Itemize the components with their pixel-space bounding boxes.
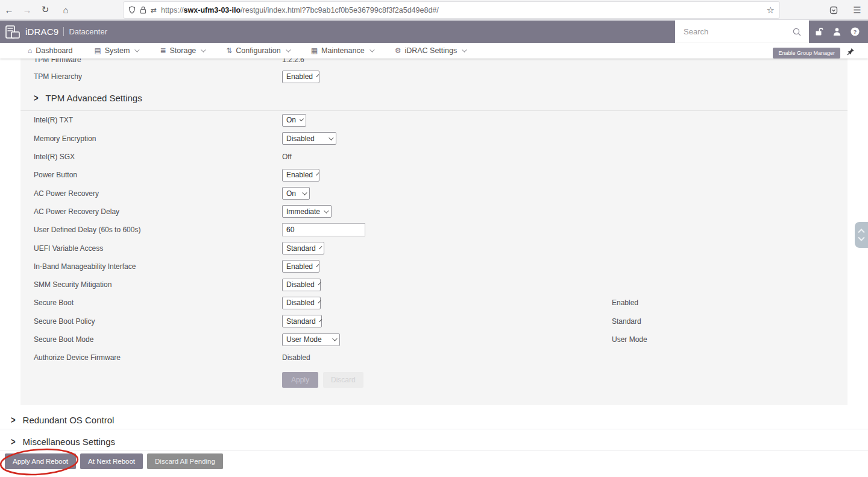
select-secure-boot-mode[interactable]: User Mode — [282, 333, 340, 346]
select-ac-power-recovery-delay[interactable]: Immediate — [282, 205, 332, 218]
settings-row: Secure Boot Policy Standard Standard — [20, 312, 848, 330]
select-secure-boot-policy[interactable]: Standard — [282, 315, 322, 327]
app-header: iDRAC9 Datacenter ? — [0, 21, 868, 43]
chevron-down-icon — [319, 319, 322, 322]
select-value: On — [286, 116, 296, 124]
unlock-icon[interactable] — [814, 27, 823, 36]
scroll-down-icon[interactable] — [858, 235, 864, 241]
section-title: Miscellaneous Settings — [23, 437, 115, 447]
select-value: Enabled — [286, 72, 313, 81]
chevron-right-icon: > — [11, 437, 16, 447]
pin-icon[interactable] — [847, 48, 855, 55]
select-value: Disabled — [286, 299, 315, 307]
chevron-down-icon — [316, 264, 319, 267]
apply-and-reboot-button[interactable]: Apply And Reboot — [5, 453, 76, 469]
storage-icon: ≣ — [160, 47, 166, 54]
search-icon[interactable] — [792, 27, 802, 37]
discard-button[interactable]: Discard — [323, 372, 363, 388]
select-value: Disabled — [286, 280, 315, 289]
setting-label: SMM Security Mitigation — [34, 280, 282, 289]
home-icon: ⌂ — [28, 47, 32, 54]
select-value: Standard — [286, 244, 316, 253]
lock-icon[interactable] — [140, 6, 146, 14]
nav-item-configuration[interactable]: ⇅ Configuration — [226, 46, 289, 55]
select-value: User Mode — [286, 335, 322, 344]
select-in-band-manageability-interface[interactable]: Enabled — [282, 260, 319, 273]
refresh-button[interactable]: ↻ — [36, 4, 54, 15]
scroll-widget — [855, 222, 868, 248]
select-uefi-variable-access[interactable]: Standard — [282, 242, 324, 254]
nav-item-idrac-settings[interactable]: ⚙ iDRAC Settings — [395, 46, 466, 55]
permissions-icon[interactable]: ⇄ — [151, 6, 157, 14]
user-icon[interactable] — [832, 27, 841, 36]
enable-group-manager-button[interactable]: Enable Group Manager — [773, 48, 840, 58]
url-text: https://swx-ufm3-03-ilo/restgui/index.ht… — [161, 6, 439, 14]
chevron-down-icon — [201, 47, 206, 52]
at-next-reboot-button[interactable]: At Next Reboot — [80, 453, 143, 469]
nav-item-system[interactable]: ▤ System — [94, 46, 138, 55]
shield-check-icon[interactable] — [829, 6, 841, 14]
chevron-down-icon — [300, 117, 304, 121]
menu-hamburger-icon[interactable]: ☰ — [851, 5, 863, 16]
setting-readonly-value: User Mode — [612, 335, 647, 344]
chevron-down-icon — [302, 190, 307, 195]
input-user-defined-delay-60s-to-600s[interactable] — [282, 223, 365, 236]
nav-item-maintenance[interactable]: ▦ Maintenance — [311, 46, 373, 55]
nav-item-storage[interactable]: ≣ Storage — [160, 46, 204, 55]
setting-readonly-value: Enabled — [612, 299, 638, 307]
nav-items: ⌂ Dashboard ▤ System ≣ Storage ⇅ Configu… — [28, 46, 465, 55]
nav-item-dashboard[interactable]: ⌂ Dashboard — [28, 46, 72, 55]
section-header-redundant-os[interactable]: > Redundant OS Control — [0, 411, 868, 429]
setting-value: 1.2.2.6 — [282, 58, 304, 68]
pending-actions-bar: Apply And RebootAt Next RebootDiscard Al… — [5, 453, 223, 469]
chevron-right-icon: > — [11, 415, 16, 426]
setting-label: AC Power Recovery Delay — [34, 207, 282, 216]
chevron-down-icon — [135, 47, 140, 52]
address-bar[interactable]: ⇄ https://swx-ufm3-03-ilo/restgui/index.… — [124, 2, 779, 18]
select-ac-power-recovery[interactable]: On — [282, 187, 310, 200]
shield-icon[interactable] — [128, 6, 136, 14]
main-nav: ⌂ Dashboard ▤ System ≣ Storage ⇅ Configu… — [0, 43, 868, 58]
forward-button[interactable]: → — [18, 5, 36, 15]
setting-label: Authorize Device Firmware — [34, 353, 282, 362]
brand-divider — [63, 27, 64, 36]
select-value: Disabled — [286, 134, 315, 143]
help-icon[interactable]: ? — [851, 27, 860, 36]
setting-label: Power Button — [34, 171, 282, 179]
bookmark-star-icon[interactable]: ☆ — [767, 5, 775, 16]
apply-button[interactable]: Apply — [282, 372, 318, 388]
section-title: TPM Advanced Settings — [46, 93, 142, 103]
setting-label: Secure Boot Mode — [34, 335, 282, 344]
search-input[interactable] — [675, 27, 792, 36]
back-button[interactable]: ← — [0, 5, 18, 15]
select-secure-boot[interactable]: Disabled — [282, 297, 321, 309]
setting-label: Secure Boot Policy — [34, 317, 282, 326]
setting-readonly-value: Standard — [612, 317, 641, 326]
settings-row: UEFI Variable Access Standard — [20, 239, 848, 257]
select-memory-encryption[interactable]: Disabled — [282, 132, 336, 145]
section-header-tpm-advanced[interactable]: > TPM Advanced Settings — [20, 86, 848, 111]
setting-label: UEFI Variable Access — [34, 244, 282, 253]
select-intel-r-txt[interactable]: On — [282, 114, 306, 127]
select-tpm-hierarchy[interactable]: Enabled — [282, 71, 319, 83]
static-value-intel-r-sgx: Off — [282, 153, 292, 161]
chevron-down-icon — [316, 172, 319, 175]
maintenance-icon: ▦ — [311, 47, 318, 54]
select-power-button[interactable]: Enabled — [282, 169, 319, 182]
discard-all-pending-button[interactable]: Discard All Pending — [147, 453, 223, 469]
chevron-down-icon — [370, 47, 374, 52]
select-value: Standard — [286, 317, 316, 326]
settings-row: Memory Encryption Disabled — [20, 130, 848, 148]
select-value: On — [286, 189, 296, 198]
setting-label: AC Power Recovery — [34, 189, 282, 198]
section-header-miscellaneous[interactable]: > Miscellaneous Settings — [0, 433, 868, 451]
chevron-down-icon — [324, 208, 329, 213]
setting-label: Memory Encryption — [34, 134, 282, 143]
idrac-logo-icon[interactable] — [4, 24, 22, 40]
chevron-down-icon — [319, 246, 322, 249]
select-value: Immediate — [286, 207, 320, 216]
select-smm-security-mitigation[interactable]: Disabled — [282, 279, 321, 291]
browser-home-button[interactable]: ⌂ — [57, 5, 75, 15]
search-box — [675, 21, 809, 43]
settings-row: Intel(R) SGX Off — [20, 148, 848, 166]
